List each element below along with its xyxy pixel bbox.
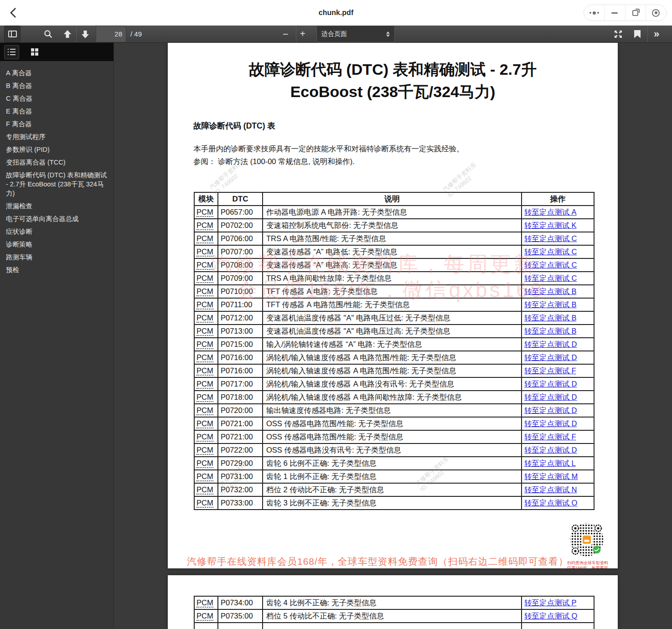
zoom-out-button[interactable]: − [283,26,288,42]
module-abbr: PCM [196,300,213,309]
next-page-button[interactable] [80,26,90,42]
pinpoint-test-link[interactable]: 转至定点测试 D [524,406,577,414]
description-cell: 涡轮机/输入轴速度传感器 A 电路范围/性能: 无子类型信息 [263,351,522,364]
thumbnails-tab-button[interactable] [27,45,42,59]
sidebar-outline-item[interactable]: 电子可选单向离合器总成 [5,212,110,225]
pinpoint-test-link[interactable]: 转至定点测试 D [524,393,577,401]
pinpoint-test-link[interactable]: 转至定点测试 O [524,499,577,507]
description-cell: 齿轮 3 比例不正确: 无子类型信息 [263,496,522,510]
pinpoint-test-link[interactable]: 转至定点测试 F [524,366,576,375]
dtc-table-row: PCMP0735:00档位 5 传动比不正确: 无子类型信息转至定点测试 Q [194,609,594,623]
module-abbr: PCM [196,340,213,349]
back-button[interactable] [7,6,21,19]
sidebar-outline-item[interactable]: 变扭器离合器 (TCC) [5,156,110,169]
dtc-code-cell: P0720:00 [218,404,263,417]
page-title: 故障诊断代码 (DTC) 表和精确测试 - 2.7升 EcoBoost (238… [168,58,618,103]
previous-page-button[interactable] [62,26,72,42]
pinpoint-test-link[interactable]: 转至定点测试 D [524,340,577,348]
search-icon [43,29,53,39]
action-cell: 转至定点测试 D [522,404,594,417]
arrow-up-icon [62,29,72,39]
module-abbr: PCM [196,406,213,415]
dtc-code-cell: P0732:00 [218,483,263,496]
sidebar-outline-item[interactable]: C 离合器 [5,92,110,105]
module-cell: PCM [194,258,218,272]
pinpoint-test-link[interactable]: 转至定点测试 B [524,314,577,322]
pinpoint-test-link[interactable]: 转至定点测试 C [524,261,577,269]
dtc-table-row: PCMP0721:00OSS 传感器电路范围/性能: 无子类型信息转至定点测试 … [194,417,594,430]
section-heading: 故障诊断代码 (DTC) 表 [193,120,618,131]
pinpoint-test-link[interactable]: 转至定点测试 M [524,472,578,480]
pinpoint-test-link[interactable]: 转至定点测试 A [524,208,577,216]
pinpoint-test-link[interactable]: 转至定点测试 C [524,274,577,282]
dtc-table-row: PCMP0721:00OSS 传感器电路范围/性能: 无子类型信息转至定点测试 … [194,430,594,443]
close-target-button[interactable] [646,5,666,21]
bookmark-icon [634,30,641,38]
pdf-viewer[interactable]: 故障诊断代码 (DTC) 表和精确测试 - 2.7升 EcoBoost (238… [114,43,672,629]
sidebar-outline-item[interactable]: F 离合器 [5,118,110,130]
sidebar-outline-item[interactable]: E 离合器 [5,105,110,118]
module-abbr: PCM [196,353,213,362]
sidebar-outline-item[interactable]: 路测车辆 [5,251,110,263]
pinpoint-test-link[interactable]: 转至定点测试 K [524,221,577,229]
dtc-code-cell: P0721:00 [218,430,263,443]
pdf-toolbar: / 49 − + 适合页面 » [0,26,672,43]
pinpoint-test-link[interactable]: 转至定点测试 F [524,433,576,441]
arrow-down-icon [80,29,90,39]
action-cell: 转至定点测试 A [522,206,594,219]
fullscreen-button[interactable] [613,26,623,42]
sidebar-tabs [0,43,114,61]
module-abbr: PCM [196,247,213,257]
page-number-input[interactable] [96,26,126,42]
action-cell: 转至定点测试 L [522,457,594,470]
pinpoint-test-link[interactable]: 转至定点测试 D [524,353,577,361]
module-cell: PCM [194,245,218,258]
more-tools-button[interactable]: » [654,26,658,42]
pinpoint-test-link[interactable]: 转至定点测试 D [524,446,577,454]
sidebar-outline-item[interactable]: 预检 [5,263,110,276]
minimize-button[interactable] [604,5,625,21]
pinpoint-test-link[interactable]: 转至定点测试 L [524,459,576,467]
sidebar-outline-item[interactable]: 参数辨识 (PID) [5,143,110,156]
sidebar-outline-item[interactable]: 故障诊断代码 (DTC) 表和精确测试 - 2.7升 EcoBoost (238… [5,169,110,200]
pinpoint-test-link[interactable]: 转至定点测试 N [524,485,577,494]
sidebar-outline-item[interactable]: 症状诊断 [5,225,110,238]
action-cell: 转至定点测试 K [522,219,594,232]
outline-tab-button[interactable] [4,45,19,59]
pinpoint-test-link[interactable]: 转至定点测试 C [524,247,577,256]
pinpoint-test-link[interactable]: 转至定点测试 D [524,380,577,388]
pinpoint-test-link[interactable]: 转至定点测试 Q [524,612,577,620]
dtc-table-row: PCMP0716:00涡轮机/输入轴速度传感器 A 电路范围/性能: 无子类型信… [194,364,594,377]
pinpoint-test-link[interactable]: 转至定点测试 B [524,300,577,309]
bookmark-button[interactable] [634,26,641,42]
window-titlebar: chunk.pdf [0,0,672,26]
qr-code-block: 扫码查询全球车型资料 仅需168/年，每周更新 [567,521,606,568]
module-abbr: PCM [196,380,213,389]
sidebar-outline-item[interactable]: 泄漏检查 [5,200,110,212]
pinpoint-test-link[interactable]: 转至定点测试 P [524,598,577,607]
page-count-label: / 49 [130,26,142,42]
search-button[interactable] [43,26,53,42]
description-cell: 档位 2 传动比不正确: 无子类型信息 [263,483,522,496]
sidebar-outline-item[interactable]: A 离合器 [5,67,110,79]
sidebar-outline-item[interactable]: 专用测试程序 [5,130,110,143]
sidebar-outline-item[interactable]: 诊断策略 [5,238,110,251]
back-chevron-icon [7,6,21,19]
pinpoint-test-link[interactable]: 转至定点测试 B [524,327,577,335]
action-cell [522,623,594,629]
more-options-button[interactable] [584,5,604,21]
sidebar-toggle-button[interactable] [4,26,21,42]
dtc-code-cell: P0709:00 [218,272,263,285]
pinpoint-test-link[interactable]: 转至定点测试 C [524,234,577,242]
dtc-table-row: PCMP0720:00输出轴速度传感器电路: 无子类型信息转至定点测试 D [194,404,594,417]
sidebar-outline-item[interactable]: B 离合器 [5,79,110,92]
zoom-in-button[interactable]: + [300,26,305,42]
zoom-level-select[interactable]: 适合页面 [316,26,395,42]
restore-button[interactable] [625,5,646,21]
pinpoint-test-link[interactable]: 转至定点测试 D [524,419,577,428]
description-cell: 变速箱控制系统电气部份: 无子类型信息 [263,219,522,232]
pinpoint-test-link[interactable]: 转至定点测试 B [524,287,577,295]
dtc-table-row: PCMP0717:00涡轮机/输入轴速度传感器 A 电路没有讯号: 无子类型信息… [194,377,594,391]
action-cell: 转至定点测试 D [522,443,594,457]
dtc-table-row: PCMP0712:00变速器机油温度传感器 "A" 电路电压过低: 无子类型信息… [194,311,594,325]
